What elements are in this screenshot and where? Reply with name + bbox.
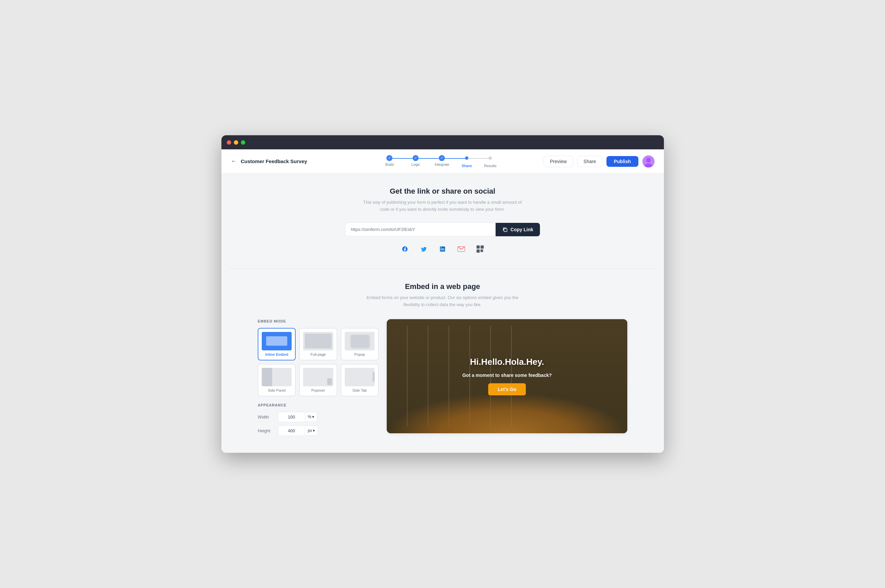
qrcode-icon[interactable] — [474, 243, 486, 255]
svg-rect-10 — [477, 250, 479, 252]
step-build-label: Build — [385, 162, 393, 166]
step-build-circle: ✓ — [386, 155, 393, 161]
survey-title: Customer Feedback Survey — [241, 158, 307, 164]
embed-controls: EMBED MODE Inline Embed — [258, 319, 379, 440]
mode-popup[interactable]: Popup — [341, 328, 379, 360]
connector-3 — [445, 158, 465, 159]
back-button[interactable]: ← — [231, 158, 237, 165]
height-unit-value: px — [308, 428, 312, 433]
connector-4 — [468, 158, 489, 159]
steps-nav: ✓ Build ✓ Logic ✓ Integrate — [335, 155, 543, 168]
mode-fullpage-label: Full-page — [303, 352, 333, 356]
facebook-icon[interactable] — [399, 243, 411, 255]
header: ← Customer Feedback Survey ✓ Build ✓ Log… — [221, 149, 664, 174]
width-unit-select[interactable]: % ▾ — [305, 412, 317, 422]
width-label: Width — [258, 414, 278, 420]
step-results-circle — [489, 156, 492, 160]
connector-2 — [418, 158, 439, 159]
mode-sidepanel-label: Side Panel — [262, 388, 292, 392]
link-copy-row: Copy Link — [345, 222, 540, 236]
mode-popover-preview — [303, 368, 333, 386]
height-input-group: px ▾ — [278, 426, 318, 436]
svg-rect-13 — [481, 251, 482, 252]
main-content: Get the link or share on social This way… — [221, 174, 664, 452]
header-right: Preview Share Publish — [543, 155, 655, 168]
step-results-label: Results — [484, 164, 497, 168]
step-logic-label: Logic — [411, 162, 420, 166]
step-share[interactable]: Share — [465, 156, 468, 166]
link-input[interactable] — [345, 222, 495, 236]
email-icon[interactable] — [455, 243, 467, 255]
step-share-label: Share — [462, 164, 472, 168]
mode-inline-label: Inline Embed — [262, 352, 292, 356]
svg-point-1 — [646, 158, 651, 162]
social-icons — [228, 243, 657, 255]
avatar[interactable] — [643, 155, 655, 168]
link-section-title: Get the link or share on social — [228, 187, 657, 196]
step-integrate-label: Integrate — [435, 162, 449, 166]
step-share-circle — [465, 156, 468, 160]
mode-side-panel[interactable]: Side Panel — [258, 364, 296, 396]
width-input[interactable] — [278, 412, 305, 422]
linkedin-icon[interactable] — [436, 243, 449, 255]
copy-icon — [502, 227, 508, 232]
step-results[interactable]: Results — [489, 156, 492, 166]
mode-full-page[interactable]: Full-page — [299, 328, 337, 360]
mode-popover-label: Popover — [303, 388, 333, 392]
step-logic[interactable]: ✓ Logic — [412, 155, 418, 168]
svg-rect-11 — [481, 250, 482, 250]
maximize-icon[interactable] — [241, 140, 245, 145]
preview-cta-button[interactable]: Let's Go — [488, 383, 525, 395]
link-section-subtitle: This way of publishing your form is perf… — [358, 199, 527, 213]
mode-side-panel-preview — [262, 368, 292, 386]
preview-inner: Hi.Hello.Hola.Hey. Got a moment to share… — [387, 319, 627, 433]
svg-rect-14 — [482, 251, 483, 252]
mode-popover[interactable]: Popover — [299, 364, 337, 396]
share-button[interactable]: Share — [577, 156, 602, 167]
mode-side-tab-preview — [345, 368, 375, 386]
link-section: Get the link or share on social This way… — [228, 187, 657, 255]
embed-section-subtitle: Embed forms on your website or product. … — [358, 294, 527, 308]
svg-rect-3 — [504, 228, 507, 232]
width-row: Width % ▾ — [258, 412, 379, 422]
flower-decoration — [387, 393, 627, 433]
copy-link-button[interactable]: Copy Link — [495, 223, 540, 236]
svg-rect-6 — [477, 246, 479, 248]
mode-sidetab-label: Side Tab — [345, 388, 375, 392]
embed-preview: Hi.Hello.Hola.Hey. Got a moment to share… — [387, 319, 627, 433]
mode-side-tab[interactable]: Side Tab — [341, 364, 379, 396]
mode-inline-preview — [262, 332, 292, 350]
embed-section-title: Embed in a web page — [228, 282, 657, 291]
titlebar — [221, 135, 664, 149]
width-unit-value: % — [308, 414, 312, 419]
mode-fullpage-preview — [303, 332, 333, 350]
height-row: Height px ▾ — [258, 426, 379, 436]
copy-link-label: Copy Link — [510, 227, 533, 232]
preview-button[interactable]: Preview — [543, 156, 573, 167]
step-logic-circle: ✓ — [412, 155, 418, 161]
chevron-down-icon: ▾ — [312, 414, 314, 419]
publish-button[interactable]: Publish — [607, 156, 638, 167]
embed-mode-label: EMBED MODE — [258, 319, 379, 323]
preview-subtext: Got a moment to share some feedback? — [462, 372, 552, 378]
minimize-icon[interactable] — [234, 140, 238, 145]
width-input-group: % ▾ — [278, 412, 317, 422]
connector-1 — [393, 158, 412, 159]
chevron-down-icon-2: ▾ — [313, 428, 315, 433]
embed-layout: EMBED MODE Inline Embed — [258, 319, 627, 440]
embed-mode-grid: Inline Embed Full-page Popup — [258, 328, 379, 396]
preview-heading: Hi.Hello.Hola.Hey. — [470, 357, 544, 367]
step-integrate-circle: ✓ — [439, 155, 445, 161]
step-build[interactable]: ✓ Build — [386, 155, 393, 168]
height-input[interactable] — [278, 426, 305, 436]
height-unit-select[interactable]: px ▾ — [305, 426, 318, 436]
mode-popup-preview — [345, 332, 375, 350]
appearance-label: APPEARANCE — [258, 403, 379, 407]
close-icon[interactable] — [227, 140, 231, 145]
step-integrate[interactable]: ✓ Integrate — [439, 155, 445, 168]
mode-inline-embed[interactable]: Inline Embed — [258, 328, 296, 360]
embed-section-header: Embed in a web page Embed forms on your … — [228, 282, 657, 308]
svg-rect-12 — [482, 250, 483, 250]
twitter-icon[interactable] — [418, 243, 430, 255]
svg-rect-8 — [482, 246, 483, 248]
